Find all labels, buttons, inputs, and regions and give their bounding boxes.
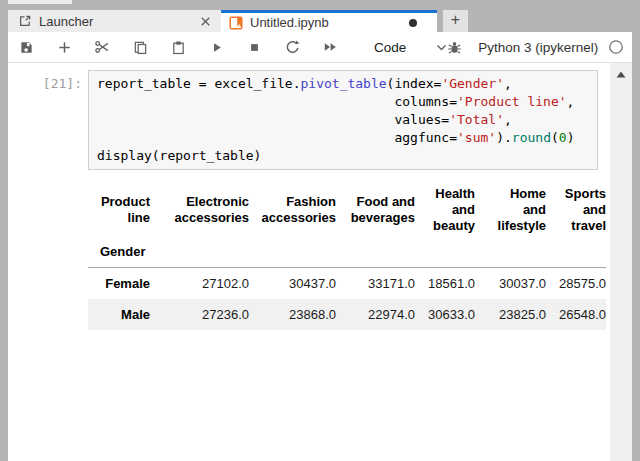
jupyterlab-app: Launcher Untitled.i — [8, 10, 632, 461]
code-cell: [21]: report_table = excel_file.pivot_ta… — [8, 70, 632, 170]
debugger-bug-icon[interactable] — [447, 40, 462, 55]
close-icon[interactable] — [197, 13, 213, 29]
column-header: Electronic accessories — [150, 180, 249, 238]
cell-output: Product line Electronic accessoriesFashi… — [88, 180, 632, 330]
table-cell: 30037.0 — [475, 268, 546, 300]
empty-header-cell — [415, 238, 475, 268]
tab-bar: Launcher Untitled.i — [8, 10, 632, 32]
table-cell: 23825.0 — [475, 299, 546, 330]
empty-header-cell — [249, 238, 336, 268]
index-name-header: Gender — [88, 238, 150, 268]
table-row: Male27236.023868.022974.030633.023825.02… — [88, 299, 606, 330]
columns-name-header: Product line — [88, 180, 150, 238]
row-index-header: Female — [88, 268, 150, 300]
code-line: report_table = excel_file.pivot_table(in… — [97, 75, 589, 93]
copy-icon[interactable] — [132, 39, 148, 55]
save-icon[interactable] — [18, 39, 34, 55]
run-icon[interactable] — [208, 39, 224, 55]
cell-prompt: [21]: — [8, 70, 82, 170]
cut-icon[interactable] — [94, 39, 110, 55]
code-line: aggfunc='sum').round(0) — [97, 129, 589, 147]
table-cell: 22974.0 — [336, 299, 415, 330]
tab-notebook-label: Untitled.ipynb — [250, 15, 409, 30]
pivot-table: Product line Electronic accessoriesFashi… — [88, 180, 606, 330]
restart-icon[interactable] — [284, 39, 300, 55]
notebook-icon — [229, 16, 243, 30]
code-line: display(report_table) — [97, 147, 589, 165]
code-line: values='Total', — [97, 111, 589, 129]
notebook-panel: [21]: report_table = excel_file.pivot_ta… — [8, 63, 632, 461]
table-cell: 28575.0 — [546, 268, 606, 300]
launcher-icon — [18, 14, 32, 28]
table-cell: 27236.0 — [150, 299, 249, 330]
chevron-down-icon[interactable] — [436, 44, 447, 51]
cell-type-dropdown[interactable]: Code — [374, 40, 406, 55]
notebook-toolbar: Code — [8, 32, 632, 63]
table-cell: 26548.0 — [546, 299, 606, 330]
table-cell: 18561.0 — [415, 268, 475, 300]
kernel-name-label[interactable]: Python 3 (ipykernel) — [478, 40, 598, 55]
add-cell-icon[interactable] — [56, 39, 72, 55]
table-cell: 30633.0 — [415, 299, 475, 330]
index-name-row: Gender — [88, 238, 606, 268]
table-row: Female27102.030437.033171.018561.030037.… — [88, 268, 606, 300]
table-cell: 23868.0 — [249, 299, 336, 330]
table-cell: 33171.0 — [336, 268, 415, 300]
paste-icon[interactable] — [170, 39, 186, 55]
column-header: Fashion accessories — [249, 180, 336, 238]
code-line: columns='Product line', — [97, 93, 589, 111]
tab-launcher[interactable]: Launcher — [8, 10, 221, 32]
table-cell: 30437.0 — [249, 268, 336, 300]
new-tab-button[interactable]: + — [443, 10, 468, 32]
column-header: Health and beauty — [415, 180, 475, 238]
tab-notebook[interactable]: Untitled.ipynb — [221, 10, 437, 32]
browser-window: Launcher Untitled.i — [0, 0, 640, 461]
empty-header-cell — [546, 238, 606, 268]
code-editor[interactable]: report_table = excel_file.pivot_table(in… — [88, 70, 598, 170]
empty-header-cell — [475, 238, 546, 268]
row-index-header: Male — [88, 299, 150, 330]
vertical-scrollbar[interactable] — [610, 63, 632, 461]
column-header: Home and lifestyle — [475, 180, 546, 238]
window-top-notch — [8, 0, 72, 4]
tab-launcher-label: Launcher — [39, 14, 197, 29]
fast-forward-icon[interactable] — [322, 39, 338, 55]
column-header: Food and beverages — [336, 180, 415, 238]
unsaved-changes-dot[interactable] — [409, 19, 417, 27]
table-cell: 27102.0 — [150, 268, 249, 300]
scroll-up-arrow-icon[interactable] — [616, 70, 626, 461]
columns-header-row: Product line Electronic accessoriesFashi… — [88, 180, 606, 238]
table-body: Female27102.030437.033171.018561.030037.… — [88, 268, 606, 331]
column-header: Sports and travel — [546, 180, 606, 238]
kernel-status-circle-icon[interactable] — [608, 39, 624, 55]
empty-header-cell — [150, 238, 249, 268]
stop-icon[interactable] — [246, 39, 262, 55]
empty-header-cell — [336, 238, 415, 268]
